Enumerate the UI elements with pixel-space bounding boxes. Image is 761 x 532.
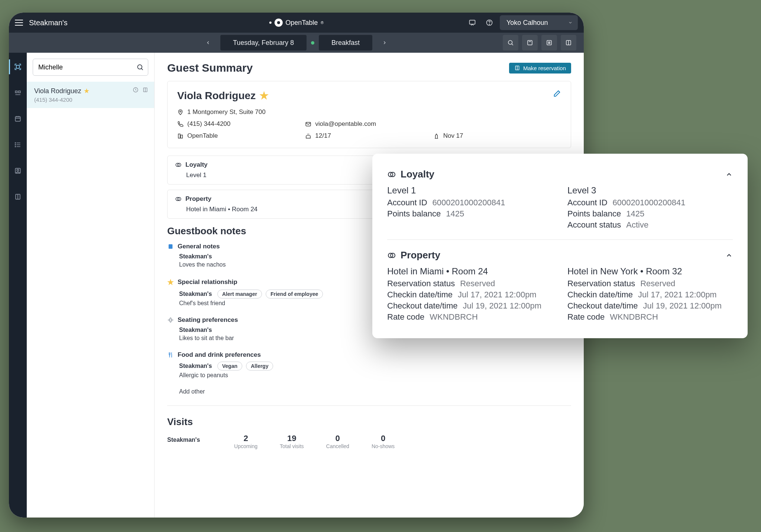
nav-guest-icon[interactable] <box>9 163 27 178</box>
svg-rect-4 <box>528 40 532 45</box>
guest-email: viola@opentable.com <box>315 120 376 128</box>
restaurant-name: Steakman's <box>29 19 68 27</box>
popup-loyalty-section: Loyalty Level 1 Account ID60002010002008… <box>387 164 733 236</box>
loyalty-level: Level 1 <box>387 185 553 196</box>
search-input[interactable] <box>33 59 148 76</box>
note-head-label: Special relationship <box>178 278 237 286</box>
kv-key: Reservation status <box>567 279 635 288</box>
chevron-up-icon[interactable] <box>725 171 733 178</box>
guest-phone: (415) 344-4200 <box>187 120 230 128</box>
property-icon <box>175 196 182 202</box>
property-icon <box>387 251 396 260</box>
kv-key: Checkout date/time <box>567 301 638 311</box>
kv-key: Checkout date/time <box>387 301 458 311</box>
property-title: Hotel in New York • Room 32 <box>567 266 733 277</box>
star-icon: ★ <box>84 87 90 95</box>
svg-point-2 <box>489 24 489 25</box>
kv-val: Jul 19, 2021 12:00pm <box>643 301 722 311</box>
property-title: Hotel in Miami • Room 24 <box>387 266 553 277</box>
svg-rect-29 <box>169 244 173 249</box>
seating-icon <box>167 317 174 323</box>
kv-key: Rate code <box>387 312 424 322</box>
svg-rect-10 <box>15 117 20 121</box>
building-icon <box>177 133 184 139</box>
loyalty-label: Loyalty <box>185 161 208 169</box>
tag-allergy[interactable]: Allergy <box>246 362 273 371</box>
loyalty-col-1: Level 1 Account ID6000201000200841 Point… <box>387 185 553 231</box>
live-dot-icon <box>311 41 314 45</box>
guest-anniversary: Nov 17 <box>443 132 463 140</box>
svg-point-12 <box>15 144 16 145</box>
visits-title: Visits <box>167 416 571 428</box>
search-result-item[interactable]: Viola Rodriguez ★ (415) 344-4200 <box>27 82 154 108</box>
kv-val: 1425 <box>446 209 464 219</box>
kv-key: Rate code <box>567 312 605 322</box>
menu-icon[interactable] <box>15 20 23 26</box>
svg-rect-8 <box>15 91 17 93</box>
prev-arrow[interactable] <box>200 35 216 50</box>
detail-popup: Loyalty Level 1 Account ID60002010002008… <box>372 154 748 338</box>
kv-val: 6000201000200841 <box>613 198 686 208</box>
chevron-up-icon[interactable] <box>725 252 733 259</box>
list-view-button[interactable] <box>541 35 557 50</box>
kv-key: Account status <box>567 220 621 230</box>
kv-val: WKNDBRCH <box>610 312 658 322</box>
guest-card: Viola Rodriguez ★ 1 Montgomery St, Suite… <box>167 81 571 148</box>
tag-friend-employee[interactable]: Friend of employee <box>266 290 323 298</box>
user-menu[interactable]: Yoko Calhoun <box>500 15 578 30</box>
tag-alert-manager[interactable]: Alert manager <box>217 290 262 298</box>
kv-key: Checkin date/time <box>387 290 453 300</box>
svg-rect-23 <box>178 134 180 138</box>
visits-cancel: 0Cancelled <box>326 434 349 449</box>
phone-icon <box>177 121 184 127</box>
result-phone: (415) 344-4200 <box>34 97 147 103</box>
topbar: Steakman's OpenTable® Yoko Calhoun <box>9 13 584 33</box>
loyalty-level: Level 3 <box>567 185 733 196</box>
meal-segment[interactable]: Breakfast <box>319 35 372 50</box>
star-icon: ★ <box>259 89 269 102</box>
nav-focus-icon[interactable] <box>9 59 27 74</box>
pin-icon <box>177 109 184 115</box>
kv-val: 1425 <box>626 209 644 219</box>
help-icon[interactable] <box>483 16 496 29</box>
nav-list-icon[interactable] <box>9 137 27 152</box>
note-sub: Steakman's <box>179 291 212 297</box>
tag-vegan[interactable]: Vegan <box>217 362 242 371</box>
property-label: Property <box>185 195 211 203</box>
make-reservation-button[interactable]: Make reservation <box>509 63 571 74</box>
subbar: Tuesday, February 8 Breakfast <box>9 33 584 53</box>
search-icon[interactable] <box>136 63 144 71</box>
nav-calendar-icon[interactable] <box>9 111 27 126</box>
kv-key: Checkin date/time <box>567 290 633 300</box>
note-food: Food and drink preferences Steakman's Ve… <box>167 351 571 379</box>
svg-point-17 <box>137 65 142 69</box>
nav-book-icon[interactable] <box>9 189 27 204</box>
date-segment[interactable]: Tuesday, February 8 <box>220 35 307 50</box>
visits-upcoming: 2Upcoming <box>234 434 258 449</box>
visits-restaurant: Steakman's <box>167 434 212 443</box>
card-view-button[interactable] <box>522 35 538 50</box>
next-arrow[interactable] <box>377 35 392 50</box>
guest-workplace: OpenTable <box>187 132 218 140</box>
result-name: Viola Rodriguez <box>34 87 81 95</box>
edit-icon[interactable] <box>553 89 561 102</box>
email-icon <box>305 121 311 127</box>
kv-val: 6000201000200841 <box>433 198 505 208</box>
popup-property-section: Property Hotel in Miami • Room 24 Reserv… <box>387 239 733 328</box>
food-icon <box>167 352 174 358</box>
kv-key: Account ID <box>387 198 427 208</box>
chat-icon[interactable] <box>466 16 479 29</box>
user-name: Yoko Calhoun <box>506 19 548 27</box>
add-other-link[interactable]: Add other <box>167 388 571 395</box>
nav-floorplan-icon[interactable] <box>9 85 27 100</box>
guest-birthday: 12/17 <box>315 132 331 140</box>
book-view-button[interactable] <box>561 35 576 50</box>
clock-icon <box>133 87 139 93</box>
visits-section: Visits Steakman's 2Upcoming 19Total visi… <box>167 416 571 449</box>
note-head-label: Seating preferences <box>178 316 238 324</box>
note-sub: Steakman's <box>179 363 212 369</box>
search-button[interactable] <box>503 35 518 50</box>
visits-total: 19Total visits <box>280 434 304 449</box>
kv-key: Reservation status <box>387 279 455 288</box>
loyalty-col-2: Level 3 Account ID6000201000200841 Point… <box>567 185 733 231</box>
